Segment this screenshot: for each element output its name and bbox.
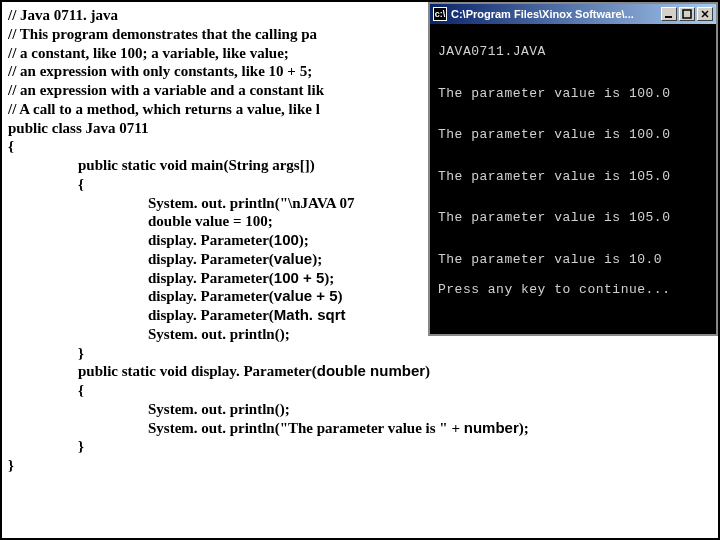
arg-expression: value + 5 <box>274 287 338 304</box>
cmd-icon: c:\ <box>433 7 447 21</box>
svg-rect-1 <box>683 10 691 18</box>
param-decl: double number <box>317 362 425 379</box>
method-decl: public static void display. Parameter(do… <box>8 362 712 381</box>
output-line: The parameter value is 100.0 <box>438 127 708 143</box>
brace: } <box>8 456 712 475</box>
output-line: The parameter value is 100.0 <box>438 86 708 102</box>
arg-methodcall: Math. sqrt <box>274 306 346 323</box>
minimize-button[interactable] <box>661 7 677 21</box>
close-button[interactable] <box>697 7 713 21</box>
window-title: C:\Program Files\Xinox Software\... <box>451 8 661 20</box>
svg-rect-0 <box>665 16 672 18</box>
maximize-button[interactable] <box>679 7 695 21</box>
output-line: The parameter value is 105.0 <box>438 210 708 226</box>
param-ref: number <box>464 419 519 436</box>
arg-expression: 100 + 5 <box>274 269 324 286</box>
brace: } <box>8 437 712 456</box>
output-line: The parameter value is 105.0 <box>438 169 708 185</box>
arg-literal: 100 <box>274 231 299 248</box>
console-output: JAVA0711.JAVA The parameter value is 100… <box>430 24 716 334</box>
titlebar[interactable]: c:\ C:\Program Files\Xinox Software\... <box>430 4 716 24</box>
arg-variable: value <box>274 250 312 267</box>
output-line: The parameter value is 10.0 <box>438 252 708 268</box>
code-line: System. out. println("The parameter valu… <box>8 419 712 438</box>
code-line: System. out. println(); <box>8 400 712 419</box>
console-window: c:\ C:\Program Files\Xinox Software\... … <box>428 2 718 336</box>
brace: } <box>8 344 712 363</box>
output-header: JAVA0711.JAVA <box>438 44 708 60</box>
press-any-key: Press any key to continue... <box>438 282 708 298</box>
brace: { <box>8 381 712 400</box>
